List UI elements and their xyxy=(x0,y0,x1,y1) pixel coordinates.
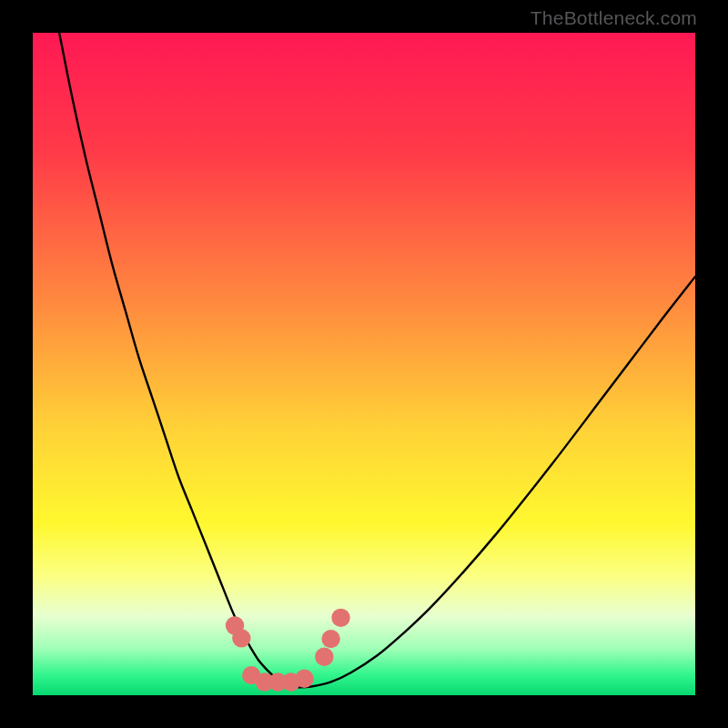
plot-area xyxy=(33,33,695,695)
marker-dot xyxy=(295,670,313,688)
watermark-text: TheBottleneck.com xyxy=(531,7,697,29)
marker-dot xyxy=(331,609,349,627)
plot-svg xyxy=(33,33,695,695)
marker-dot xyxy=(315,648,333,666)
marker-dot xyxy=(321,630,339,648)
gradient-background xyxy=(33,33,695,695)
marker-dot xyxy=(232,629,250,647)
chart-frame: TheBottleneck.com xyxy=(0,0,728,728)
